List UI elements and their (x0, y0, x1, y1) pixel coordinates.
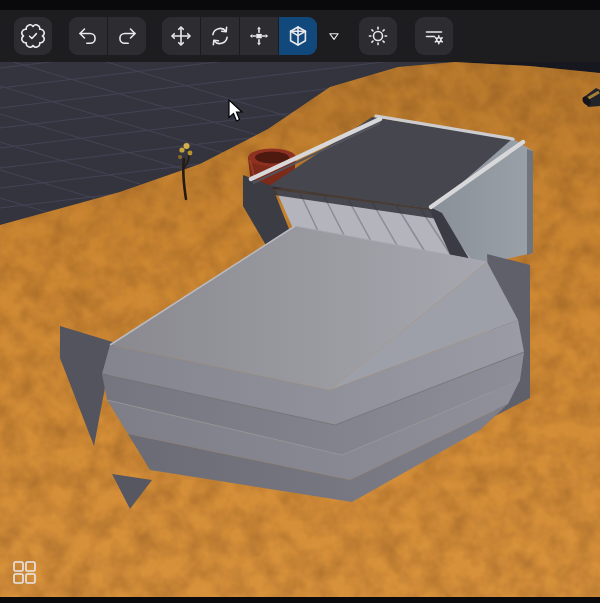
rotate-icon (208, 24, 232, 48)
scale-icon (247, 24, 271, 48)
scale-tool-button[interactable] (239, 17, 278, 55)
verified-badge-button[interactable] (14, 17, 52, 55)
gear-icon (366, 24, 390, 48)
rotate-tool-button[interactable] (200, 17, 239, 55)
chevron-down-icon (325, 27, 343, 45)
verified-badge-icon (21, 24, 45, 48)
cube-icon (286, 24, 310, 48)
view-options-button[interactable] (415, 17, 453, 55)
undo-button[interactable] (69, 17, 107, 55)
undo-icon (76, 24, 100, 48)
top-toolbar (0, 0, 600, 62)
move-tool-button[interactable] (162, 17, 200, 55)
transform-tool-button[interactable] (278, 17, 317, 55)
bottom-strip (0, 597, 600, 603)
redo-button[interactable] (107, 17, 146, 55)
settings-button[interactable] (359, 17, 397, 55)
viewport-3d[interactable] (0, 0, 600, 603)
move-icon (169, 24, 193, 48)
app-window (0, 0, 600, 603)
tool-options-dropdown[interactable] (321, 17, 347, 55)
redo-icon (115, 24, 139, 48)
list-settings-icon (422, 24, 446, 48)
transform-tools-group (162, 17, 317, 55)
history-group (69, 17, 146, 55)
